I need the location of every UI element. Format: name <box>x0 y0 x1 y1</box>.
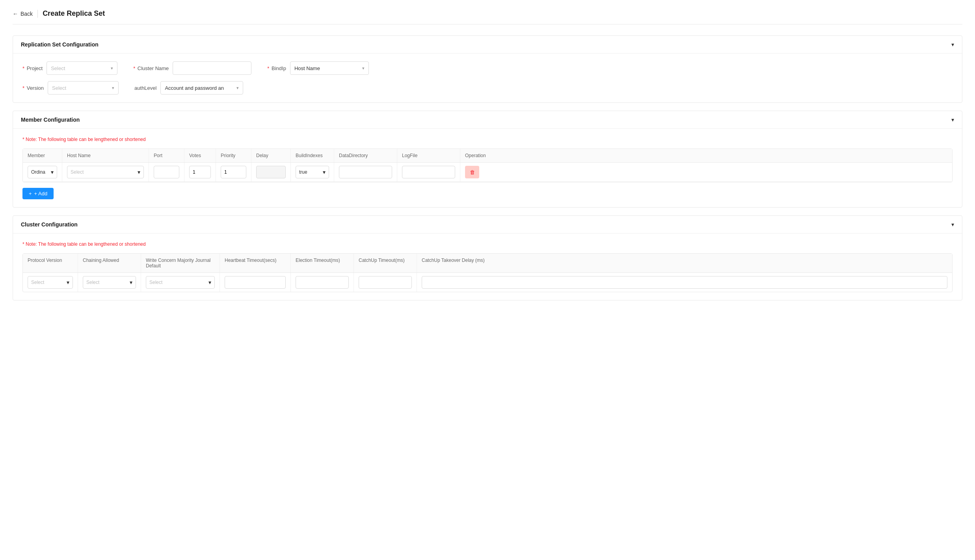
protocol-version-select[interactable]: Select ▾ <box>28 276 73 289</box>
delay-input[interactable] <box>256 166 286 178</box>
host-name-chevron-icon: ▾ <box>138 169 140 175</box>
protocol-version-cell: Select ▾ <box>23 273 78 292</box>
member-section-body: * Note: The following table can be lengt… <box>13 129 962 207</box>
votes-cell <box>184 163 216 182</box>
col-write-concern: Write Concern Majority Journal Default <box>141 254 220 273</box>
col-priority: Priority <box>216 149 251 162</box>
chaining-allowed-cell: Select ▾ <box>78 273 141 292</box>
col-hostname: Host Name <box>62 149 149 162</box>
election-timeout-input[interactable] <box>296 276 349 289</box>
log-file-input[interactable] <box>402 166 455 178</box>
auth-level-chevron-icon: ▾ <box>236 85 239 91</box>
priority-cell <box>216 163 251 182</box>
version-chevron-icon: ▾ <box>112 85 114 91</box>
cluster-section-header[interactable]: Cluster Configuration ▾ <box>13 216 962 234</box>
col-votes: Votes <box>184 149 216 162</box>
member-table-header: Member Host Name Port Votes Priority Del… <box>23 149 952 163</box>
version-select[interactable]: Select ▾ <box>48 81 119 95</box>
protocol-version-chevron-icon: ▾ <box>67 279 69 286</box>
build-indexes-select[interactable]: true ▾ <box>296 166 329 178</box>
member-collapse-icon: ▾ <box>951 117 954 123</box>
member-cell: Ordina ▾ <box>23 163 62 182</box>
version-field: * Version Select ▾ <box>22 81 119 95</box>
cluster-table-row: Select ▾ Select ▾ Select <box>23 273 952 292</box>
table-row: Ordina ▾ Select ▾ <box>23 163 952 182</box>
port-cell <box>149 163 184 182</box>
project-chevron-icon: ▾ <box>111 66 113 71</box>
write-concern-select[interactable]: Select ▾ <box>146 276 215 289</box>
heartbeat-timeout-input[interactable] <box>225 276 286 289</box>
election-timeout-cell <box>291 273 354 292</box>
host-name-select-text: Select <box>71 169 84 175</box>
bind-ip-select[interactable]: Host Name ▾ <box>290 61 369 75</box>
cluster-section-title: Cluster Configuration <box>21 221 78 228</box>
auth-level-label: authLevel <box>134 85 156 91</box>
data-directory-input[interactable] <box>339 166 392 178</box>
bind-ip-chevron-icon: ▾ <box>362 66 365 71</box>
log-file-cell <box>397 163 460 182</box>
chaining-allowed-chevron-icon: ▾ <box>130 279 132 286</box>
heartbeat-timeout-cell <box>220 273 291 292</box>
back-label: Back <box>20 11 33 17</box>
version-select-text: Select <box>52 85 66 91</box>
member-section-header[interactable]: Member Configuration ▾ <box>13 111 962 129</box>
protocol-version-text: Select <box>31 280 44 285</box>
col-heartbeat-timeout: Heartbeat Timeout(secs) <box>220 254 291 273</box>
add-label: + Add <box>34 191 48 197</box>
data-directory-cell <box>334 163 397 182</box>
cluster-name-input[interactable] <box>173 61 251 75</box>
auth-level-select[interactable]: Account and password an ▾ <box>160 81 243 95</box>
operation-cell: 🗑 <box>460 163 492 182</box>
col-chaining-allowed: Chaining Allowed <box>78 254 141 273</box>
host-name-select[interactable]: Select ▾ <box>67 166 144 178</box>
project-label: * Project <box>22 65 43 71</box>
replication-section-header[interactable]: Replication Set Configuration ▾ <box>13 36 962 54</box>
auth-level-field: authLevel Account and password an ▾ <box>134 81 243 95</box>
col-catchup-takeover: CatchUp Takeover Delay (ms) <box>417 254 952 273</box>
port-input[interactable] <box>154 166 179 178</box>
col-logfile: LogFile <box>397 149 460 162</box>
replication-section-body: * Project Select ▾ * Cluster Name <box>13 54 962 102</box>
version-label: * Version <box>22 85 44 91</box>
write-concern-text: Select <box>149 280 162 285</box>
member-type-chevron-icon: ▾ <box>51 169 54 175</box>
project-select-text: Select <box>51 65 65 71</box>
replication-form-grid-2: * Version Select ▾ authLevel Account and… <box>22 81 953 95</box>
member-section-title: Member Configuration <box>21 117 80 123</box>
page-title: Create Replica Set <box>43 9 105 18</box>
back-button[interactable]: ← Back <box>13 11 33 17</box>
project-field: * Project Select ▾ <box>22 61 117 75</box>
col-protocol-version: Protocol Version <box>23 254 78 273</box>
replication-section: Replication Set Configuration ▾ * Projec… <box>13 35 962 103</box>
project-select[interactable]: Select ▾ <box>47 61 117 75</box>
col-election-timeout: Election Timeout(ms) <box>291 254 354 273</box>
add-icon: + <box>29 191 32 197</box>
cluster-section-body: * Note: The following table can be lengt… <box>13 234 962 300</box>
replication-section-title: Replication Set Configuration <box>21 41 99 48</box>
priority-input[interactable] <box>221 166 246 178</box>
cluster-name-field: * Cluster Name <box>133 61 251 75</box>
catchup-takeover-input[interactable] <box>422 276 947 289</box>
delete-row-button[interactable]: 🗑 <box>465 166 479 178</box>
member-section: Member Configuration ▾ * Note: The follo… <box>13 111 962 208</box>
catchup-timeout-cell <box>354 273 417 292</box>
member-type-select[interactable]: Ordina ▾ <box>28 166 57 178</box>
col-member: Member <box>23 149 62 162</box>
col-operation: Operation <box>460 149 492 162</box>
delay-cell <box>251 163 291 182</box>
trash-icon: 🗑 <box>470 169 475 175</box>
write-concern-chevron-icon: ▾ <box>208 279 211 286</box>
bind-ip-select-text: Host Name <box>294 65 320 71</box>
col-delay: Delay <box>251 149 291 162</box>
build-indexes-chevron-icon: ▾ <box>323 169 326 175</box>
col-buildindexes: BuildIndexes <box>291 149 334 162</box>
add-member-button[interactable]: + + Add <box>22 188 54 199</box>
votes-input[interactable] <box>189 166 211 178</box>
catchup-timeout-input[interactable] <box>359 276 412 289</box>
member-table: Member Host Name Port Votes Priority Del… <box>22 148 953 182</box>
chaining-allowed-select[interactable]: Select ▾ <box>83 276 136 289</box>
host-name-cell: Select ▾ <box>62 163 149 182</box>
header-divider <box>37 10 38 18</box>
catchup-takeover-cell <box>417 273 952 292</box>
chaining-allowed-text: Select <box>86 280 99 285</box>
